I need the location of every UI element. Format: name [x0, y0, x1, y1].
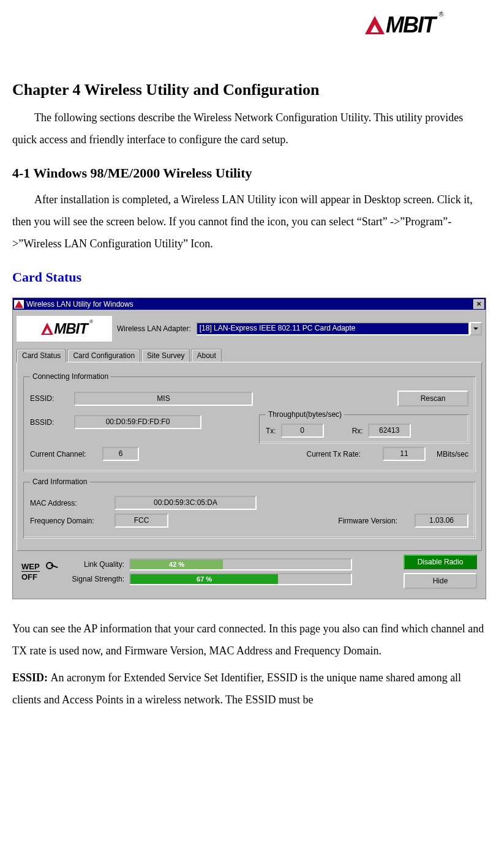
bssid-value: 00:D0:59:FD:FD:F0: [74, 415, 201, 429]
connecting-info-group: Connecting Information ESSID: MIS Rescan…: [23, 372, 475, 471]
key-icon: [46, 562, 54, 571]
card-info-group: Card Information MAC Address: 00:D0:59:3…: [23, 477, 475, 538]
fw-label: Firmware Version:: [338, 517, 397, 525]
logo-reg: ®: [439, 11, 442, 18]
header-logo: MBIT ®: [12, 12, 490, 38]
throughput-legend: Throughput(bytes/sec): [266, 410, 344, 419]
hide-button[interactable]: Hide: [404, 573, 477, 589]
mac-value: 00:D0:59:3C:05:DA: [115, 496, 257, 510]
disable-radio-button[interactable]: Disable Radio: [404, 555, 477, 569]
link-quality-bar: 42 %: [129, 558, 352, 571]
essid-label: ESSID:: [30, 394, 69, 403]
card-info-legend: Card Information: [30, 477, 89, 486]
essid-def: An acronym for Extended Service Set Iden…: [12, 672, 461, 706]
tx-value: 0: [281, 424, 324, 438]
window-logo: MBIT ®: [17, 316, 112, 342]
throughput-group: Throughput(bytes/sec) Tx: 0 Rx: 62413: [259, 410, 468, 443]
chevron-down-icon[interactable]: [470, 322, 482, 335]
rx-label: Rx:: [352, 427, 363, 435]
link-quality-fill: 42 %: [130, 559, 223, 569]
logo-a-icon: [41, 323, 53, 335]
signal-strength-label: Signal Strength:: [57, 575, 124, 583]
tab-panel: Connecting Information ESSID: MIS Rescan…: [17, 362, 482, 551]
wep-label: WEP: [21, 562, 40, 572]
titlebar-app-icon: [14, 300, 24, 309]
card-status-heading: Card Status: [12, 269, 490, 285]
tab-card-status[interactable]: Card Status: [17, 349, 66, 362]
titlebar: Wireless LAN Utility for Windows ✕: [13, 298, 486, 310]
ambit-logo: MBIT ®: [365, 12, 435, 38]
adapter-label: Wireless LAN Adapter:: [117, 324, 191, 333]
link-quality-text: 42 %: [169, 561, 184, 568]
link-quality-label: Link Quality:: [57, 560, 124, 569]
tx-label: Tx:: [266, 427, 276, 435]
tab-about[interactable]: About: [191, 349, 221, 362]
after-screenshot-text: You can see the AP information that your…: [12, 618, 490, 662]
signal-strength-text: 67 %: [197, 575, 212, 583]
logo-reg-small: ®: [89, 319, 92, 324]
logo-a-icon: [365, 16, 385, 34]
essid-value: MIS: [74, 392, 253, 406]
logo-text: MBIT: [386, 12, 435, 38]
adapter-value: [18] LAN-Express IEEE 802.11 PC Card Ada…: [196, 322, 470, 335]
section-4-1-title: 4-1 Windows 98/ME/2000 Wireless Utility: [12, 165, 490, 181]
channel-value: 6: [102, 447, 139, 461]
freq-label: Frequency Domain:: [30, 517, 110, 525]
mac-label: MAC Address:: [30, 499, 110, 507]
logo-text-small: MBIT: [54, 320, 88, 337]
tab-site-survey[interactable]: Site Survey: [141, 349, 190, 362]
intro-text: The following sections describe the Wire…: [12, 107, 490, 151]
window-title: Wireless LAN Utility for Windows: [26, 300, 473, 309]
adapter-combobox[interactable]: [18] LAN-Express IEEE 802.11 PC Card Ada…: [196, 322, 482, 335]
channel-label: Current Channel:: [30, 450, 97, 458]
close-icon[interactable]: ✕: [473, 299, 484, 309]
rx-value: 62413: [368, 424, 411, 438]
fw-value: 1.03.06: [415, 514, 468, 528]
tab-card-configuration[interactable]: Card Configuration: [67, 349, 140, 362]
txrate-value: 11: [383, 447, 426, 461]
bottom-bar: WEP OFF Link Quality: 42 %: [17, 551, 482, 595]
utility-window: Wireless LAN Utility for Windows ✕ MBIT …: [12, 297, 486, 599]
signal-strength-fill: 67 %: [130, 574, 278, 584]
wep-state: OFF: [21, 572, 51, 582]
connecting-info-legend: Connecting Information: [30, 372, 111, 381]
wep-indicator: WEP OFF: [21, 562, 51, 582]
signal-strength-bar: 67 %: [129, 573, 352, 585]
chapter-title: Chapter 4 Wireless Utility and Configura…: [12, 81, 490, 99]
tab-strip: Card Status Card Configuration Site Surv…: [17, 349, 482, 362]
meters-column: Link Quality: 42 % Signal Strength: 67 %: [57, 556, 397, 588]
essid-paragraph: ESSID: An acronym for Extended Service S…: [12, 667, 490, 711]
freq-value: FCC: [115, 514, 168, 528]
txrate-label: Current Tx Rate:: [307, 450, 361, 458]
essid-bold: ESSID:: [12, 672, 51, 684]
txrate-unit: MBits/sec: [437, 450, 468, 458]
bssid-label: BSSID:: [30, 418, 69, 427]
rescan-button[interactable]: Rescan: [397, 391, 468, 406]
section-4-1-body: After installation is completed, a Wirel…: [12, 189, 490, 255]
